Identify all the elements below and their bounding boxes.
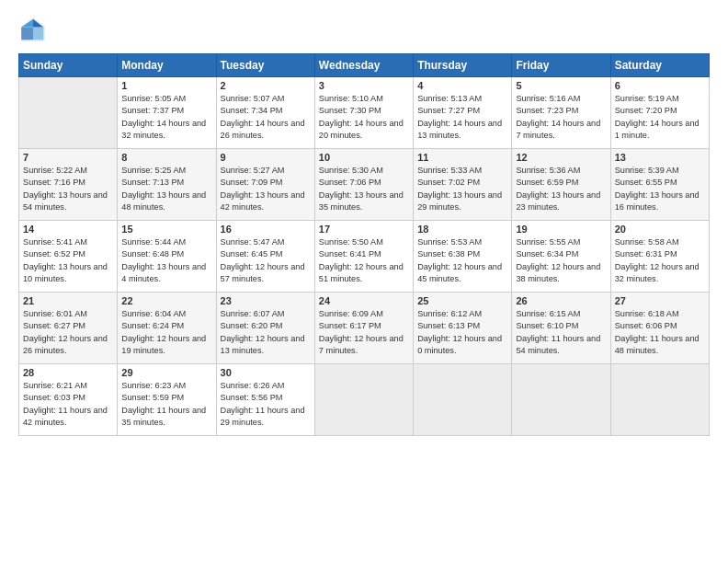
calendar-cell: 11Sunrise: 5:33 AMSunset: 7:02 PMDayligh… (414, 149, 512, 221)
calendar-cell: 5Sunrise: 5:16 AMSunset: 7:23 PMDaylight… (512, 77, 610, 149)
day-number: 19 (516, 224, 606, 235)
weekday-header-row: SundayMondayTuesdayWednesdayThursdayFrid… (19, 54, 710, 77)
day-info: Sunrise: 5:53 AMSunset: 6:38 PMDaylight:… (417, 236, 507, 285)
day-number: 23 (221, 295, 311, 306)
calendar-cell: 28Sunrise: 6:21 AMSunset: 6:03 PMDayligh… (19, 364, 118, 436)
day-number: 1 (121, 80, 211, 91)
day-info: Sunrise: 6:01 AMSunset: 6:27 PMDaylight:… (23, 308, 113, 357)
day-info: Sunrise: 6:26 AMSunset: 5:56 PMDaylight:… (221, 380, 311, 429)
calendar-cell: 25Sunrise: 6:12 AMSunset: 6:13 PMDayligh… (414, 293, 512, 364)
day-number: 13 (615, 152, 705, 163)
calendar-cell: 8Sunrise: 5:25 AMSunset: 7:13 PMDaylight… (118, 149, 216, 221)
day-info: Sunrise: 5:13 AMSunset: 7:27 PMDaylight:… (417, 93, 507, 142)
weekday-header-tuesday: Tuesday (216, 54, 314, 77)
day-number: 27 (615, 295, 705, 306)
svg-marker-3 (21, 28, 33, 40)
day-number: 24 (319, 295, 409, 306)
calendar-cell: 20Sunrise: 5:58 AMSunset: 6:31 PMDayligh… (610, 221, 709, 293)
day-info: Sunrise: 5:50 AMSunset: 6:41 PMDaylight:… (319, 236, 409, 285)
week-row-1: 7Sunrise: 5:22 AMSunset: 7:16 PMDaylight… (19, 149, 710, 221)
day-info: Sunrise: 5:25 AMSunset: 7:13 PMDaylight:… (121, 165, 211, 213)
svg-marker-4 (21, 19, 33, 28)
day-info: Sunrise: 6:18 AMSunset: 6:06 PMDaylight:… (615, 308, 705, 357)
day-info: Sunrise: 5:33 AMSunset: 7:02 PMDaylight:… (417, 165, 507, 213)
day-info: Sunrise: 6:12 AMSunset: 6:13 PMDaylight:… (417, 308, 507, 357)
week-row-3: 21Sunrise: 6:01 AMSunset: 6:27 PMDayligh… (19, 293, 710, 364)
day-number: 21 (23, 295, 113, 306)
logo (18, 15, 51, 44)
calendar-cell: 13Sunrise: 5:39 AMSunset: 6:55 PMDayligh… (610, 149, 709, 221)
day-info: Sunrise: 5:36 AMSunset: 6:59 PMDaylight:… (516, 165, 606, 213)
day-info: Sunrise: 5:58 AMSunset: 6:31 PMDaylight:… (615, 236, 705, 285)
day-info: Sunrise: 6:23 AMSunset: 5:59 PMDaylight:… (121, 380, 211, 429)
day-info: Sunrise: 5:07 AMSunset: 7:34 PMDaylight:… (221, 93, 311, 142)
weekday-header-wednesday: Wednesday (314, 54, 413, 77)
calendar-cell: 3Sunrise: 5:10 AMSunset: 7:30 PMDaylight… (314, 77, 413, 149)
calendar-cell: 26Sunrise: 6:15 AMSunset: 6:10 PMDayligh… (512, 293, 610, 364)
day-number: 28 (23, 367, 113, 378)
calendar-cell: 9Sunrise: 5:27 AMSunset: 7:09 PMDaylight… (216, 149, 314, 221)
weekday-header-saturday: Saturday (610, 54, 709, 77)
calendar-cell: 14Sunrise: 5:41 AMSunset: 6:52 PMDayligh… (19, 221, 118, 293)
calendar-cell: 18Sunrise: 5:53 AMSunset: 6:38 PMDayligh… (414, 221, 512, 293)
page: SundayMondayTuesdayWednesdayThursdayFrid… (0, 0, 728, 563)
day-number: 29 (121, 367, 211, 378)
day-info: Sunrise: 5:39 AMSunset: 6:55 PMDaylight:… (615, 165, 705, 213)
logo-icon (18, 15, 48, 44)
day-number: 9 (221, 152, 311, 163)
day-number: 2 (221, 80, 311, 91)
day-number: 4 (417, 80, 507, 91)
weekday-header-friday: Friday (512, 54, 610, 77)
day-info: Sunrise: 5:05 AMSunset: 7:37 PMDaylight:… (121, 93, 211, 142)
day-info: Sunrise: 6:15 AMSunset: 6:10 PMDaylight:… (516, 308, 606, 357)
weekday-header-sunday: Sunday (19, 54, 118, 77)
day-number: 12 (516, 152, 606, 163)
calendar-cell (19, 77, 118, 149)
weekday-header-thursday: Thursday (414, 54, 512, 77)
header (18, 15, 710, 44)
day-number: 3 (319, 80, 409, 91)
calendar-cell: 30Sunrise: 6:26 AMSunset: 5:56 PMDayligh… (216, 364, 314, 436)
day-number: 8 (121, 152, 211, 163)
day-number: 15 (121, 224, 211, 235)
day-info: Sunrise: 5:41 AMSunset: 6:52 PMDaylight:… (23, 236, 113, 285)
day-number: 30 (221, 367, 311, 378)
day-info: Sunrise: 5:16 AMSunset: 7:23 PMDaylight:… (516, 93, 606, 142)
day-info: Sunrise: 5:30 AMSunset: 7:06 PMDaylight:… (319, 165, 409, 213)
calendar: SundayMondayTuesdayWednesdayThursdayFrid… (18, 53, 710, 436)
day-info: Sunrise: 5:22 AMSunset: 7:16 PMDaylight:… (23, 165, 113, 213)
day-info: Sunrise: 5:19 AMSunset: 7:20 PMDaylight:… (615, 93, 705, 142)
day-number: 25 (417, 295, 507, 306)
week-row-2: 14Sunrise: 5:41 AMSunset: 6:52 PMDayligh… (19, 221, 710, 293)
calendar-cell: 27Sunrise: 6:18 AMSunset: 6:06 PMDayligh… (610, 293, 709, 364)
week-row-0: 1Sunrise: 5:05 AMSunset: 7:37 PMDaylight… (19, 77, 710, 149)
day-number: 7 (23, 152, 113, 163)
calendar-cell: 24Sunrise: 6:09 AMSunset: 6:17 PMDayligh… (314, 293, 413, 364)
day-info: Sunrise: 5:44 AMSunset: 6:48 PMDaylight:… (121, 236, 211, 285)
calendar-cell: 17Sunrise: 5:50 AMSunset: 6:41 PMDayligh… (314, 221, 413, 293)
calendar-cell: 22Sunrise: 6:04 AMSunset: 6:24 PMDayligh… (118, 293, 216, 364)
day-info: Sunrise: 6:07 AMSunset: 6:20 PMDaylight:… (221, 308, 311, 357)
day-number: 26 (516, 295, 606, 306)
calendar-cell: 19Sunrise: 5:55 AMSunset: 6:34 PMDayligh… (512, 221, 610, 293)
calendar-cell: 16Sunrise: 5:47 AMSunset: 6:45 PMDayligh… (216, 221, 314, 293)
calendar-cell: 15Sunrise: 5:44 AMSunset: 6:48 PMDayligh… (118, 221, 216, 293)
calendar-cell: 2Sunrise: 5:07 AMSunset: 7:34 PMDaylight… (216, 77, 314, 149)
weekday-header-monday: Monday (118, 54, 216, 77)
svg-marker-2 (33, 28, 43, 40)
day-info: Sunrise: 5:55 AMSunset: 6:34 PMDaylight:… (516, 236, 606, 285)
calendar-cell (314, 364, 413, 436)
calendar-cell: 23Sunrise: 6:07 AMSunset: 6:20 PMDayligh… (216, 293, 314, 364)
calendar-cell: 12Sunrise: 5:36 AMSunset: 6:59 PMDayligh… (512, 149, 610, 221)
day-info: Sunrise: 6:21 AMSunset: 6:03 PMDaylight:… (23, 380, 113, 429)
calendar-cell (512, 364, 610, 436)
day-info: Sunrise: 6:09 AMSunset: 6:17 PMDaylight:… (319, 308, 409, 357)
day-info: Sunrise: 5:27 AMSunset: 7:09 PMDaylight:… (221, 165, 311, 213)
calendar-cell: 29Sunrise: 6:23 AMSunset: 5:59 PMDayligh… (118, 364, 216, 436)
calendar-cell: 21Sunrise: 6:01 AMSunset: 6:27 PMDayligh… (19, 293, 118, 364)
day-number: 14 (23, 224, 113, 235)
day-number: 5 (516, 80, 606, 91)
day-number: 18 (417, 224, 507, 235)
day-number: 17 (319, 224, 409, 235)
day-number: 10 (319, 152, 409, 163)
